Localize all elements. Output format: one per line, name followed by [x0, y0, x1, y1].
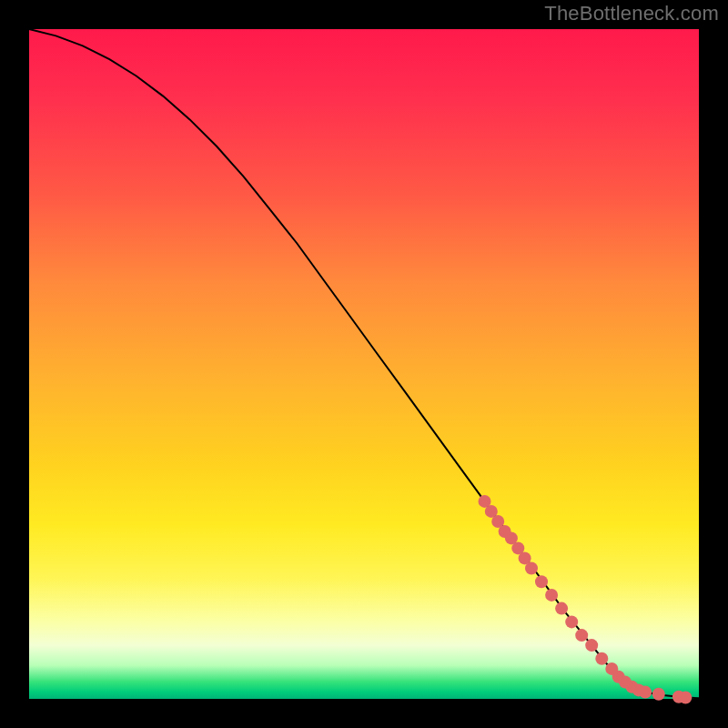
chart-overlay [29, 29, 699, 699]
highlight-dot [555, 602, 568, 615]
highlight-dot [585, 639, 598, 652]
highlight-dot [575, 629, 588, 642]
curve-line [29, 29, 699, 698]
watermark-text: TheBottleneck.com [544, 2, 719, 25]
highlight-dot [679, 692, 692, 704]
highlight-dot [525, 562, 538, 575]
highlight-dot [595, 652, 608, 665]
highlight-dots [479, 495, 693, 704]
chart-frame: TheBottleneck.com [0, 0, 728, 728]
highlight-dot [639, 686, 652, 699]
plot-area [29, 29, 699, 699]
highlight-dot [535, 575, 548, 588]
highlight-dot [565, 615, 578, 628]
highlight-dot [545, 589, 558, 602]
highlight-dot [652, 688, 665, 701]
